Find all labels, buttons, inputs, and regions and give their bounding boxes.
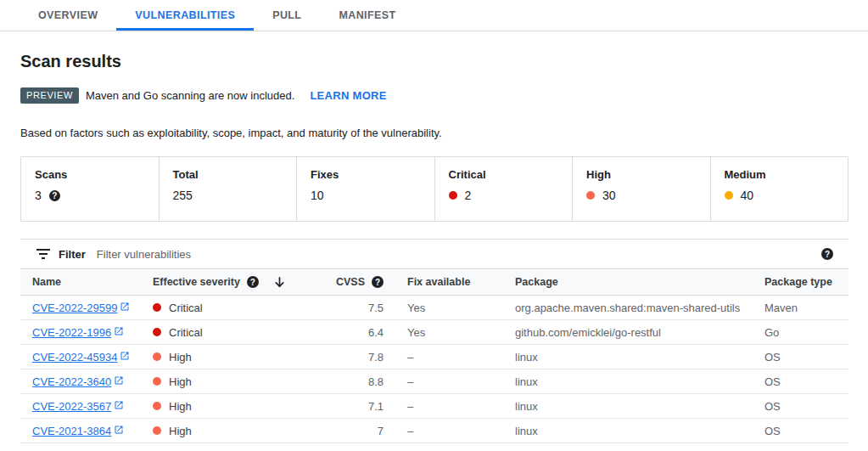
table-header-row: Name Effective severity ? bbox=[20, 269, 848, 296]
severity-cell: High bbox=[141, 345, 332, 369]
severity-cell: High bbox=[141, 394, 332, 419]
high-severity-dot bbox=[586, 191, 595, 200]
cve-link[interactable]: CVE-2022-45934 bbox=[32, 351, 130, 364]
severity-label: High bbox=[169, 375, 192, 388]
summary-card: Scans3?Total255Fixes10Critical2High30Med… bbox=[20, 156, 848, 222]
severity-dot bbox=[153, 402, 161, 410]
column-label: CVSS bbox=[336, 276, 365, 288]
content-area: Scan results PREVIEW Maven and Go scanni… bbox=[0, 52, 868, 443]
cve-name-cell: CVE-2022-45934 bbox=[20, 345, 141, 369]
page-title: Scan results bbox=[20, 52, 848, 71]
filter-button[interactable]: Filter bbox=[36, 248, 86, 261]
help-icon[interactable]: ? bbox=[49, 190, 60, 201]
learn-more-link[interactable]: LEARN MORE bbox=[310, 89, 386, 102]
summary-label: Total bbox=[173, 168, 288, 181]
open-in-new-icon bbox=[114, 326, 124, 339]
severity-cell: High bbox=[141, 419, 332, 443]
cve-name-cell: CVE-2022-3567 bbox=[20, 394, 141, 419]
table-row: CVE-2022-3567 High 7.1 – linux OS bbox=[20, 394, 848, 419]
cve-link-label: CVE-2022-1996 bbox=[32, 326, 111, 339]
open-in-new-icon bbox=[114, 400, 124, 413]
cvss-cell: 8.8 bbox=[332, 369, 395, 394]
filter-list-icon bbox=[36, 248, 51, 260]
help-icon[interactable]: ? bbox=[247, 276, 259, 288]
package-cell: github.com/emicklei/go-restful bbox=[503, 320, 753, 345]
package-type-cell: OS bbox=[753, 419, 848, 443]
filter-input[interactable] bbox=[97, 248, 821, 261]
cve-name-cell: CVE-2021-3864 bbox=[20, 419, 141, 443]
column-header-cvss[interactable]: CVSS ? bbox=[332, 269, 395, 296]
table-row: CVE-2022-29599 Critical 7.5 Yes org.apac… bbox=[20, 296, 848, 320]
column-header-package-type[interactable]: Package type bbox=[753, 269, 848, 296]
severity-dot bbox=[153, 377, 161, 386]
summary-value: 255 bbox=[173, 189, 193, 202]
vulnerabilities-table: Name Effective severity ? bbox=[20, 268, 848, 443]
severity-label: High bbox=[169, 351, 192, 364]
severity-dot bbox=[153, 328, 161, 336]
filter-button-label: Filter bbox=[59, 248, 86, 261]
summary-label: Critical bbox=[449, 168, 564, 181]
preview-line: PREVIEW Maven and Go scanning are now in… bbox=[20, 87, 848, 104]
cve-link-label: CVE-2022-29599 bbox=[32, 302, 117, 314]
severity-label: Critical bbox=[169, 302, 203, 314]
tab-manifest[interactable]: MANIFEST bbox=[320, 0, 414, 31]
fix-available-cell: – bbox=[395, 345, 503, 369]
open-in-new-icon bbox=[114, 425, 124, 437]
summary-value: 10 bbox=[311, 189, 324, 202]
cve-name-cell: CVE-2022-1996 bbox=[20, 320, 141, 345]
summary-medium: Medium40 bbox=[710, 157, 848, 221]
fix-available-cell: – bbox=[395, 419, 503, 443]
summary-value: 30 bbox=[602, 189, 616, 202]
cve-link[interactable]: CVE-2021-3864 bbox=[32, 425, 124, 437]
critical-severity-dot bbox=[449, 191, 457, 200]
cvss-cell: 7.5 bbox=[332, 296, 395, 320]
cvss-cell: 6.4 bbox=[332, 320, 395, 345]
tab-overview[interactable]: OVERVIEW bbox=[20, 0, 116, 31]
package-cell: org.apache.maven.shared:maven-shared-uti… bbox=[503, 296, 753, 320]
severity-label: High bbox=[169, 400, 192, 413]
scan-results-page: OVERVIEWVULNERABILITIESPULLMANIFEST Scan… bbox=[0, 0, 868, 443]
cve-link[interactable]: CVE-2022-3640 bbox=[32, 375, 124, 388]
column-label: Name bbox=[32, 276, 61, 288]
cve-link[interactable]: CVE-2022-3567 bbox=[32, 400, 124, 413]
column-label: Package bbox=[515, 276, 558, 288]
package-cell: linux bbox=[503, 419, 753, 443]
summary-fixes: Fixes10 bbox=[296, 157, 434, 221]
cve-name-cell: CVE-2022-29599 bbox=[20, 296, 141, 320]
summary-label: Fixes bbox=[311, 168, 426, 181]
summary-label: Scans bbox=[35, 168, 150, 181]
open-in-new-icon bbox=[114, 375, 124, 388]
column-header-name[interactable]: Name bbox=[20, 269, 141, 296]
package-type-cell: OS bbox=[753, 345, 848, 369]
vulnerabilities-card: Filter ? Name E bbox=[20, 239, 848, 443]
fix-available-cell: Yes bbox=[395, 320, 503, 345]
sort-descending-icon[interactable] bbox=[273, 276, 286, 289]
package-type-cell: OS bbox=[753, 369, 848, 394]
tab-pull[interactable]: PULL bbox=[254, 0, 320, 31]
cvss-cell: 7.1 bbox=[332, 394, 395, 419]
cve-link[interactable]: CVE-2022-1996 bbox=[32, 326, 124, 339]
column-header-package[interactable]: Package bbox=[503, 269, 753, 296]
table-row: CVE-2021-3864 High 7 – linux OS bbox=[20, 419, 848, 443]
package-type-cell: Go bbox=[753, 320, 848, 345]
cve-name-cell: CVE-2022-3640 bbox=[20, 369, 141, 394]
package-cell: linux bbox=[503, 394, 753, 419]
column-label: Effective severity bbox=[153, 276, 240, 288]
column-label: Fix available bbox=[407, 276, 470, 288]
help-icon[interactable]: ? bbox=[821, 248, 833, 260]
column-header-effective-severity[interactable]: Effective severity ? bbox=[141, 269, 332, 296]
cve-link[interactable]: CVE-2022-29599 bbox=[32, 302, 130, 314]
fix-available-cell: – bbox=[395, 369, 503, 394]
summary-label: High bbox=[586, 168, 702, 181]
severity-cell: Critical bbox=[141, 296, 332, 320]
column-header-fix-available[interactable]: Fix available bbox=[395, 269, 503, 296]
fix-available-cell: Yes bbox=[395, 296, 503, 320]
severity-cell: Critical bbox=[141, 320, 332, 345]
open-in-new-icon bbox=[120, 351, 130, 364]
summary-label: Medium bbox=[725, 168, 840, 181]
help-icon[interactable]: ? bbox=[372, 276, 384, 288]
cve-link-label: CVE-2022-3640 bbox=[32, 375, 111, 388]
tab-vulnerabilities[interactable]: VULNERABILITIES bbox=[116, 0, 254, 31]
cve-link-label: CVE-2022-3567 bbox=[32, 400, 111, 413]
severity-label: High bbox=[169, 425, 192, 437]
